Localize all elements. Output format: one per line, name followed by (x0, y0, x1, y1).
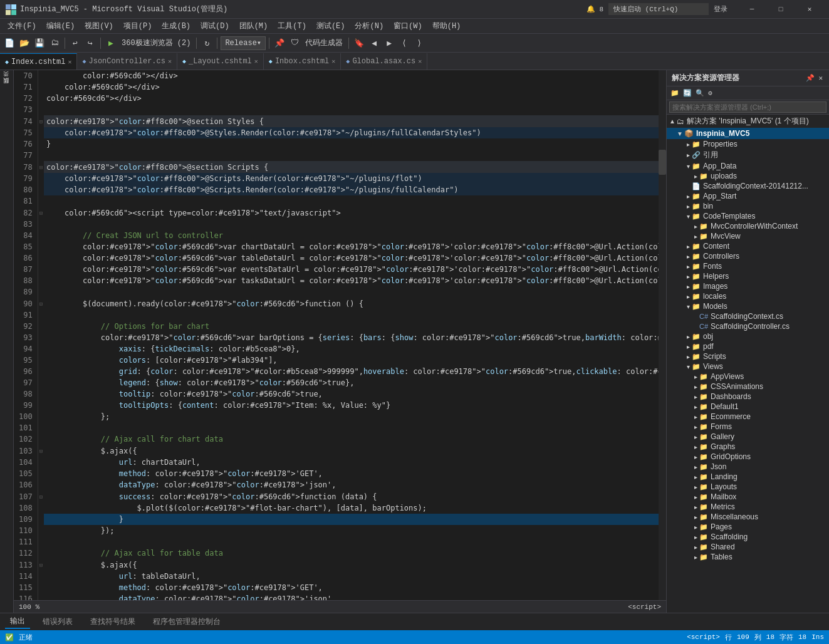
list-item[interactable]: ▾ 📁 CodeTemplates (667, 211, 829, 221)
list-item[interactable]: ▸ 📁 obj (667, 331, 829, 341)
list-item[interactable]: ▸ 🔗 引用 (667, 149, 829, 161)
list-item[interactable]: ▸ 📁 App_Start (667, 191, 829, 201)
code-cell[interactable]: color:#ce9178">"color:#569cd6">var tasks… (44, 275, 659, 286)
minimize-button[interactable]: ─ (738, 0, 766, 19)
code-cell[interactable]: url: chartDataUrl, (44, 457, 659, 468)
list-item[interactable]: ▸ 📁 MvcControllerWithContext (667, 221, 829, 231)
fold-indicator[interactable] (38, 252, 44, 264)
fold-indicator[interactable] (38, 343, 44, 355)
left-icon-1[interactable]: 解决 (1, 73, 12, 78)
list-item[interactable]: ▸ 📁 locales (667, 291, 829, 301)
fold-indicator[interactable] (38, 434, 44, 445)
toolbar-nav-1[interactable]: ◀ (367, 36, 381, 50)
list-item[interactable]: ▸ 📁 Fonts (667, 261, 829, 271)
code-cell[interactable] (44, 219, 659, 230)
fold-indicator[interactable] (38, 173, 44, 184)
fold-indicator[interactable]: ⊟ (38, 115, 44, 127)
fold-indicator[interactable] (38, 536, 44, 548)
code-cell[interactable]: color:#ce9178">"color:#ff8c00">@Scripts.… (44, 173, 659, 184)
menu-edit[interactable]: 编辑(E) (41, 19, 80, 33)
sol-tb-4[interactable]: ⚙ (707, 88, 714, 98)
code-cell[interactable] (44, 309, 659, 321)
toolbar-redo[interactable]: ↪ (83, 36, 97, 50)
fold-indicator[interactable] (38, 479, 44, 491)
list-item[interactable]: ▸ 📁 Shared (667, 542, 829, 552)
zoom-label[interactable]: 100 % (19, 603, 39, 611)
sol-tb-3[interactable]: 🔍 (694, 88, 706, 98)
code-cell[interactable]: $.plot($(color:#ce9178">"#flot-bar-chart… (44, 502, 659, 514)
code-cell[interactable]: url: tableDataUrl, (44, 571, 659, 582)
solution-search-input[interactable] (669, 101, 826, 113)
toolbar-open[interactable]: 📂 (18, 36, 31, 50)
list-item[interactable]: C# ScaffoldingController.cs (667, 321, 829, 331)
code-cell[interactable]: color:#ce9178">"color:#569cd6">var table… (44, 252, 659, 264)
fold-indicator[interactable] (38, 241, 44, 252)
menu-help[interactable]: 帮助(H) (427, 19, 466, 33)
code-cell[interactable]: colors: [color:#ce9178">"#lab394"], (44, 355, 659, 366)
sol-tb-2[interactable]: 🔄 (682, 88, 693, 98)
code-cell[interactable]: $.ajax({ (44, 445, 659, 457)
toolbar-bookmark[interactable]: 🔖 (352, 36, 366, 50)
fold-indicator[interactable] (38, 70, 44, 81)
tab-global[interactable]: ◆ Global.asax.cs ✕ (341, 53, 427, 70)
code-cell[interactable]: color:#569cd6"><script type=color:#ce917… (44, 207, 659, 219)
toolbar-save[interactable]: 💾 (33, 36, 46, 50)
fold-indicator[interactable] (38, 422, 44, 434)
fold-indicator[interactable] (38, 195, 44, 207)
menu-tools[interactable]: 工具(T) (273, 19, 311, 33)
login-button[interactable]: 登录 (714, 4, 727, 14)
code-cell[interactable]: $.ajax({ (44, 559, 659, 571)
code-cell[interactable]: // Ajax call for table data (44, 548, 659, 559)
fold-indicator[interactable] (38, 321, 44, 332)
bottom-tab-errors[interactable]: 错误列表 (38, 615, 78, 628)
code-cell[interactable]: color:#ce9178">"color:#569cd6">var event… (44, 264, 659, 275)
code-cell[interactable]: tooltipOpts: {content: color:#ce9178">"I… (44, 400, 659, 411)
code-cell[interactable]: legend: {show: color:#ce9178">"color:#56… (44, 377, 659, 388)
fold-indicator[interactable] (38, 366, 44, 377)
fold-indicator[interactable]: ⊟ (38, 161, 44, 173)
fold-indicator[interactable] (38, 502, 44, 514)
toolbar-new[interactable]: 📄 (3, 36, 16, 50)
list-item[interactable]: ▸ 📁 Default1 (667, 402, 829, 412)
tab-layout[interactable]: ◆ _Layout.cshtml ✕ (177, 53, 264, 70)
list-item[interactable]: ▸ 📁 Graphs (667, 442, 829, 452)
fold-indicator[interactable] (38, 388, 44, 400)
fold-indicator[interactable] (38, 525, 44, 536)
code-cell[interactable]: dataType: color:#ce9178">"color:#ce9178"… (44, 479, 659, 491)
toolbar-nav-4[interactable]: ⟩ (412, 36, 426, 50)
fold-indicator[interactable] (38, 468, 44, 479)
code-cell[interactable]: // Ajax call for chart data (44, 434, 659, 445)
notifications-icon[interactable]: 🔔 8 (587, 5, 603, 13)
fold-indicator[interactable] (38, 81, 44, 93)
toolbar-shield[interactable]: 🛡 (288, 36, 301, 50)
list-item[interactable]: ▸ 📁 CSSAnimations (667, 382, 829, 392)
quick-launch-input[interactable]: 快速启动 (Ctrl+Q) (608, 3, 709, 15)
code-cell[interactable]: color:#569cd6"></div> (44, 81, 659, 93)
code-cell[interactable] (44, 286, 659, 298)
list-item[interactable]: 📄 ScaffoldingContext-20141212... (667, 181, 829, 191)
code-cell[interactable] (44, 150, 659, 161)
toolbar-pin[interactable]: 📌 (273, 36, 286, 50)
code-cell[interactable]: } (44, 138, 659, 150)
list-item[interactable]: ▸ 📁 Mailbox (667, 492, 829, 502)
close-button[interactable]: ✕ (795, 0, 824, 19)
list-item[interactable]: ▾ 📁 Models (667, 301, 829, 311)
list-item[interactable]: ▸ 📁 GridOptions (667, 452, 829, 462)
menu-analyze[interactable]: 分析(N) (350, 19, 388, 33)
tab-close-global[interactable]: ✕ (418, 58, 422, 65)
bottom-tab-nuget[interactable]: 程序包管理器控制台 (148, 615, 226, 628)
list-item[interactable]: ▸ 📁 Tables (667, 552, 829, 562)
left-icon-2[interactable]: 类 (1, 79, 12, 84)
fold-indicator[interactable] (38, 332, 44, 343)
fold-indicator[interactable] (38, 150, 44, 161)
fold-indicator[interactable] (38, 400, 44, 411)
code-cell[interactable]: color:#569cd6"></div> (44, 70, 659, 81)
tab-close-inbox[interactable]: ✕ (331, 58, 335, 65)
code-cell[interactable] (44, 536, 659, 548)
list-item[interactable]: ▸ 📁 MvcView (667, 231, 829, 241)
list-item[interactable]: ▸ 📁 pdf (667, 341, 829, 351)
tab-index-cshtml[interactable]: ◆ Index.cshtml ✕ (0, 53, 77, 70)
list-item[interactable]: ▾ 📁 Views (667, 361, 829, 371)
tab-close-jsoncontroller[interactable]: ✕ (168, 58, 172, 65)
fold-indicator[interactable] (38, 264, 44, 275)
